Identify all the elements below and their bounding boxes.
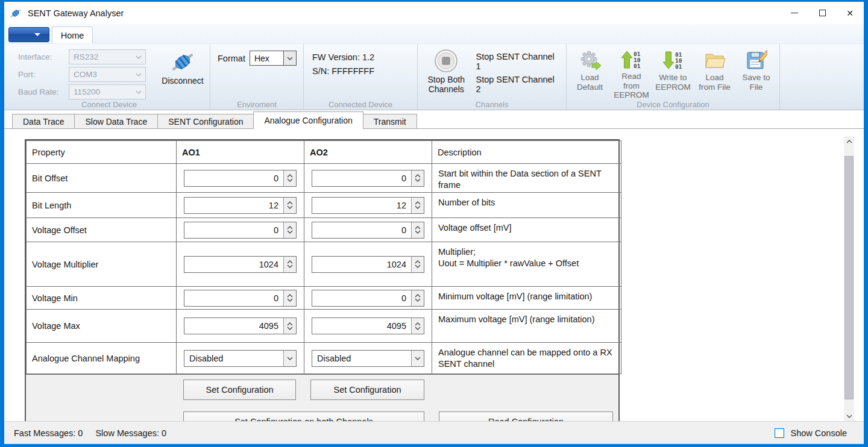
spinner-value[interactable]: 1024 bbox=[184, 257, 283, 272]
show-console-label: Show Console bbox=[791, 428, 848, 438]
spinner-value[interactable]: 12 bbox=[184, 198, 283, 213]
spinner-arrows-icon[interactable] bbox=[411, 290, 424, 306]
svg-text:01: 01 bbox=[675, 63, 682, 70]
folder-icon bbox=[703, 49, 726, 71]
scrollbar-up-icon[interactable] bbox=[844, 136, 854, 146]
vertical-scrollbar[interactable] bbox=[844, 136, 854, 421]
load-from-file-label: Load from File bbox=[699, 73, 731, 92]
voltage-max-ao1-spinner[interactable]: 4095 bbox=[184, 317, 297, 334]
spinner-arrows-icon[interactable] bbox=[283, 198, 296, 213]
property-label: Bit Offset bbox=[27, 164, 177, 193]
spinner-arrows-icon[interactable] bbox=[283, 290, 296, 306]
group-label-connected-device: Connected Device bbox=[304, 100, 417, 109]
read-configuration-button[interactable]: Read Configuration bbox=[439, 411, 613, 421]
write-to-eeprom-button[interactable]: 01 10 01 Write to EEPROM bbox=[652, 46, 694, 99]
load-from-file-button[interactable]: Load from File bbox=[694, 46, 735, 99]
maximize-icon bbox=[819, 10, 826, 16]
stop-sent-channel-2-button[interactable]: Stop SENT Channel 2 bbox=[473, 73, 564, 95]
baud-rate-select[interactable]: 115200 bbox=[69, 84, 146, 99]
voltage-min-ao2-spinner[interactable]: 0 bbox=[312, 290, 424, 307]
channel-mapping-ao1-select[interactable]: Disabled bbox=[184, 350, 297, 367]
set-configuration-ao1-button[interactable]: Set Configuration bbox=[183, 380, 296, 400]
spinner-value[interactable]: 4095 bbox=[312, 318, 411, 334]
format-select[interactable]: Hex bbox=[250, 51, 297, 66]
tab-sent-configuration[interactable]: SENT Configuration bbox=[157, 114, 254, 129]
format-label: Format bbox=[218, 54, 245, 63]
scrollbar-thumb[interactable] bbox=[844, 156, 854, 399]
chevron-down-icon bbox=[132, 73, 145, 77]
arrow-down-binary-icon: 01 10 01 bbox=[662, 49, 685, 71]
spinner-value[interactable]: 1024 bbox=[312, 257, 411, 272]
chevron-down-icon[interactable] bbox=[283, 351, 296, 366]
read-from-eeprom-button[interactable]: 01 10 01 Read from EEPROM bbox=[611, 46, 652, 99]
table-footer: Set Configuration Set Configuration Set … bbox=[26, 374, 618, 421]
interface-label: Interface: bbox=[11, 52, 69, 61]
spinner-value[interactable]: 0 bbox=[312, 170, 411, 186]
svg-text:01: 01 bbox=[634, 63, 641, 69]
spinner-arrows-icon[interactable] bbox=[411, 222, 424, 238]
port-select[interactable]: COM3 bbox=[69, 67, 146, 82]
spinner-arrows-icon[interactable] bbox=[283, 222, 296, 238]
voltage-offset-ao1-spinner[interactable]: 0 bbox=[184, 222, 297, 239]
spinner-arrows-icon[interactable] bbox=[411, 170, 424, 186]
tab-analogue-configuration[interactable]: Analogue Configuration bbox=[253, 111, 363, 129]
set-configuration-both-channels-button[interactable]: Set Configuration on both Channels bbox=[183, 411, 424, 421]
interface-select[interactable]: RS232 bbox=[69, 49, 146, 64]
voltage-multiplier-ao2-spinner[interactable]: 1024 bbox=[312, 256, 424, 273]
header-ao2: AO2 bbox=[304, 141, 432, 164]
table-row: Bit Offset 0 0 Start bit within the Data… bbox=[27, 164, 621, 193]
close-button[interactable]: ✕ bbox=[836, 2, 864, 24]
spinner-arrows-icon[interactable] bbox=[283, 170, 296, 186]
ribbon-group-connect-device: Interface: RS232 Port: COM3 bbox=[8, 44, 210, 110]
bit-offset-ao2-spinner[interactable]: 0 bbox=[312, 170, 424, 187]
channel-mapping-ao2-select[interactable]: Disabled bbox=[312, 350, 424, 367]
tab-transmit[interactable]: Transmit bbox=[363, 114, 417, 129]
scrollbar-down-icon[interactable] bbox=[844, 411, 854, 421]
disconnect-button[interactable]: Disconnect bbox=[158, 46, 207, 99]
spinner-value[interactable]: 4095 bbox=[184, 318, 283, 334]
table-row: Bit Length 12 12 Number of bits bbox=[27, 193, 621, 218]
show-console-checkbox[interactable] bbox=[775, 428, 784, 438]
bit-offset-ao1-spinner[interactable]: 0 bbox=[184, 170, 297, 187]
chevron-down-icon bbox=[283, 51, 296, 65]
load-default-button[interactable]: Load Default bbox=[569, 46, 611, 99]
voltage-min-ao1-spinner[interactable]: 0 bbox=[184, 290, 297, 307]
select-value: Disabled bbox=[184, 351, 283, 366]
statusbar: Fast Messages: 0 Slow Messages: 0 Show C… bbox=[4, 421, 864, 444]
ribbon-group-connected-device: FW Version: 1.2 S/N: FFFFFFFF Connected … bbox=[304, 44, 418, 110]
voltage-offset-ao2-spinner[interactable]: 0 bbox=[312, 222, 424, 239]
save-to-file-button[interactable]: Save to File bbox=[735, 46, 777, 99]
maximize-button[interactable] bbox=[808, 2, 836, 24]
spinner-arrows-icon[interactable] bbox=[283, 318, 296, 334]
tab-slow-data-trace[interactable]: Slow Data Trace bbox=[74, 114, 158, 129]
spinner-arrows-icon[interactable] bbox=[283, 257, 296, 272]
window-title: SENT Gateway Analyser bbox=[28, 8, 124, 18]
spinner-value[interactable]: 0 bbox=[184, 222, 283, 238]
spinner-value[interactable]: 0 bbox=[312, 222, 411, 238]
ribbon-tab-home[interactable]: Home bbox=[52, 27, 93, 43]
spinner-value[interactable]: 12 bbox=[312, 198, 411, 213]
baud-rate-label: Baud Rate: bbox=[11, 87, 69, 96]
application-menu-button[interactable] bbox=[8, 27, 49, 42]
tab-data-trace[interactable]: Data Trace bbox=[12, 114, 75, 129]
spinner-value[interactable]: 0 bbox=[184, 170, 283, 186]
fw-version-text: FW Version: 1.2 bbox=[312, 51, 411, 64]
stop-sent-channel-1-button[interactable]: Stop SENT Channel 1 bbox=[473, 51, 564, 72]
spinner-value[interactable]: 0 bbox=[184, 290, 283, 306]
property-label: Bit Length bbox=[27, 193, 177, 218]
header-ao1: AO1 bbox=[177, 141, 304, 164]
save-to-file-label: Save to File bbox=[743, 73, 770, 92]
bit-length-ao1-spinner[interactable]: 12 bbox=[184, 197, 297, 214]
minimize-button[interactable] bbox=[781, 2, 808, 24]
bit-length-ao2-spinner[interactable]: 12 bbox=[312, 197, 424, 214]
voltage-multiplier-ao1-spinner[interactable]: 1024 bbox=[184, 256, 297, 273]
spinner-value[interactable]: 0 bbox=[312, 290, 411, 306]
chevron-down-icon[interactable] bbox=[411, 351, 424, 366]
spinner-arrows-icon[interactable] bbox=[411, 198, 424, 213]
spinner-arrows-icon[interactable] bbox=[411, 318, 424, 334]
property-label: Voltage Multiplier bbox=[27, 242, 177, 287]
spinner-arrows-icon[interactable] bbox=[411, 257, 424, 272]
voltage-max-ao2-spinner[interactable]: 4095 bbox=[312, 317, 424, 334]
stop-both-channels-button[interactable]: Stop Both Channels bbox=[420, 46, 473, 99]
set-configuration-ao2-button[interactable]: Set Configuration bbox=[310, 380, 424, 400]
